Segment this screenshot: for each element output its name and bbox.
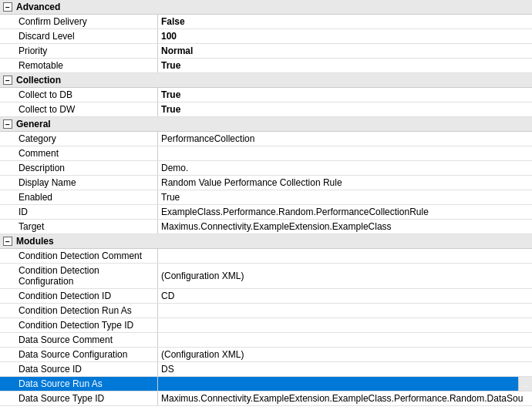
property-row-modules-0[interactable]: Condition Detection Comment — [0, 249, 532, 264]
prop-name-general-2: Description — [0, 161, 158, 175]
prop-value-modules-3 — [158, 304, 532, 318]
prop-value-advanced-0: False — [158, 15, 532, 29]
prop-value-modules-6: (Configuration XML) — [158, 348, 532, 361]
property-row-modules-7[interactable]: Data Source IDDS — [0, 362, 532, 377]
prop-name-general-3: Display Name — [0, 176, 158, 190]
property-row-general-1[interactable]: Comment — [0, 146, 532, 161]
property-grid[interactable]: −AdvancedConfirm DeliveryFalseDiscard Le… — [0, 0, 532, 410]
section-label-modules: Modules — [16, 236, 54, 247]
prop-name-collection-0: Collect to DB — [0, 88, 158, 102]
prop-value-modules-5 — [158, 333, 532, 347]
property-row-general-0[interactable]: CategoryPerformanceCollection — [0, 132, 532, 146]
property-row-modules-8[interactable]: Data Source Run As... — [0, 377, 532, 392]
prop-value-collection-0: True — [158, 88, 532, 102]
prop-name-modules-4: Condition Detection Type ID — [0, 318, 158, 332]
prop-value-modules-1: (Configuration XML) — [158, 264, 532, 288]
prop-value-general-0: PerformanceCollection — [158, 132, 532, 146]
property-row-modules-2[interactable]: Condition Detection IDCD — [0, 289, 532, 304]
property-row-modules-5[interactable]: Data Source Comment — [0, 333, 532, 348]
prop-name-modules-0: Condition Detection Comment — [0, 249, 158, 263]
prop-value-general-2: Demo. — [158, 161, 532, 175]
property-row-collection-0[interactable]: Collect to DBTrue — [0, 88, 532, 102]
ellipsis-button[interactable]: ... — [518, 377, 532, 391]
prop-value-advanced-2: Normal — [158, 44, 532, 58]
property-row-advanced-0[interactable]: Confirm DeliveryFalse — [0, 15, 532, 29]
prop-value-collection-1: True — [158, 102, 532, 116]
prop-name-general-0: Category — [0, 132, 158, 146]
prop-name-modules-3: Condition Detection Run As — [0, 304, 158, 318]
prop-name-advanced-1: Discard Level — [0, 29, 158, 43]
prop-value-general-4: True — [158, 190, 532, 204]
prop-name-general-6: Target — [0, 220, 158, 234]
property-row-general-3[interactable]: Display NameRandom Value Performance Col… — [0, 176, 532, 190]
prop-name-modules-5: Data Source Comment — [0, 333, 158, 347]
property-row-modules-9[interactable]: Data Source Type IDMaximus.Connectivity.… — [0, 392, 532, 406]
prop-value-modules-7: DS — [158, 362, 532, 376]
property-row-general-5[interactable]: IDExampleClass.Performance.Random.Perfor… — [0, 205, 532, 220]
property-row-modules-3[interactable]: Condition Detection Run As — [0, 304, 532, 318]
prop-name-modules-8: Data Source Run As — [0, 377, 158, 391]
property-row-advanced-1[interactable]: Discard Level100 — [0, 29, 532, 44]
prop-value-advanced-3: True — [158, 59, 532, 72]
property-row-collection-1[interactable]: Collect to DWTrue — [0, 102, 532, 117]
property-row-general-6[interactable]: TargetMaximus.Connectivity.ExampleExtens… — [0, 220, 532, 234]
prop-value-general-6: Maximus.Connectivity.ExampleExtension.Ex… — [158, 220, 532, 234]
property-row-advanced-2[interactable]: PriorityNormal — [0, 44, 532, 59]
prop-value-modules-4 — [158, 318, 532, 332]
prop-value-modules-2: CD — [158, 289, 532, 303]
prop-name-modules-1: Condition Detection Configuration — [0, 264, 158, 288]
prop-name-advanced-2: Priority — [0, 44, 158, 58]
prop-name-modules-9: Data Source Type ID — [0, 392, 158, 405]
prop-value-advanced-1: 100 — [158, 29, 532, 43]
prop-value-general-1 — [158, 146, 532, 160]
prop-name-collection-1: Collect to DW — [0, 102, 158, 116]
prop-name-general-1: Comment — [0, 146, 158, 160]
prop-value-modules-0 — [158, 249, 532, 263]
section-header-general[interactable]: −General — [0, 117, 532, 132]
prop-name-modules-6: Data Source Configuration — [0, 348, 158, 361]
prop-name-advanced-3: Remotable — [0, 59, 158, 72]
section-header-modules[interactable]: −Modules — [0, 234, 532, 249]
prop-name-general-5: ID — [0, 205, 158, 219]
section-header-advanced[interactable]: −Advanced — [0, 0, 532, 15]
section-label-advanced: Advanced — [16, 2, 60, 12]
property-row-general-2[interactable]: DescriptionDemo. — [0, 161, 532, 176]
prop-name-modules-2: Condition Detection ID — [0, 289, 158, 303]
property-row-modules-1[interactable]: Condition Detection Configuration(Config… — [0, 264, 532, 289]
section-header-collection[interactable]: −Collection — [0, 73, 532, 88]
expand-icon-collection: − — [3, 76, 12, 85]
expand-icon-general: − — [3, 119, 12, 129]
property-row-modules-4[interactable]: Condition Detection Type ID — [0, 318, 532, 333]
section-label-collection: Collection — [16, 75, 61, 86]
expand-icon-advanced: − — [3, 2, 12, 12]
prop-value-general-3: Random Value Performance Collection Rule — [158, 176, 532, 190]
section-label-general: General — [16, 119, 51, 129]
property-row-advanced-3[interactable]: RemotableTrue — [0, 59, 532, 73]
prop-value-general-5: ExampleClass.Performance.Random.Performa… — [158, 205, 532, 219]
prop-name-general-4: Enabled — [0, 190, 158, 204]
property-row-general-4[interactable]: EnabledTrue — [0, 190, 532, 205]
prop-name-advanced-0: Confirm Delivery — [0, 15, 158, 29]
property-row-modules-6[interactable]: Data Source Configuration(Configuration … — [0, 348, 532, 362]
expand-icon-modules: − — [3, 237, 12, 246]
prop-value-modules-8: ... — [158, 377, 532, 391]
prop-name-modules-7: Data Source ID — [0, 362, 158, 376]
prop-value-modules-9: Maximus.Connectivity.ExampleExtension.Ex… — [158, 392, 532, 405]
